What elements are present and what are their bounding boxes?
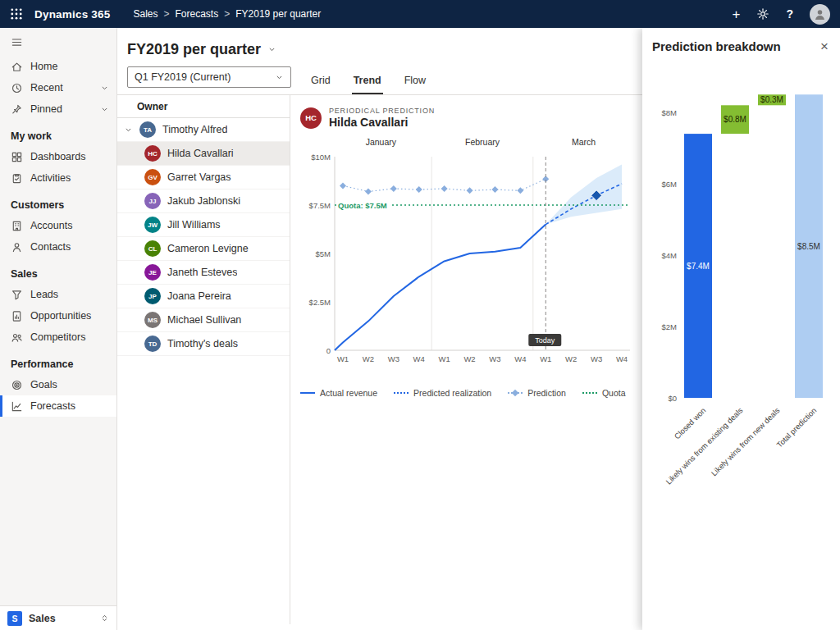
sidebar-item-recent[interactable]: Recent	[0, 77, 116, 98]
svg-text:W3: W3	[388, 354, 399, 363]
sidebar-item-label: Forecasts	[30, 400, 75, 412]
sidebar-item-label: Dashboards	[30, 151, 85, 162]
legend-prediction: Prediction	[508, 388, 566, 398]
svg-text:W1: W1	[337, 354, 349, 363]
panel-title: Prediction breakdown	[652, 39, 781, 53]
svg-text:$5M: $5M	[316, 249, 331, 258]
svg-text:$0.8M: $0.8M	[724, 115, 746, 124]
owner-row-jakub-jablonski[interactable]: JJ Jakub Jablonski	[117, 189, 290, 213]
chevron-down-icon[interactable]	[100, 84, 109, 93]
svg-text:January: January	[366, 137, 397, 147]
sidebar-item-home[interactable]: Home	[0, 56, 116, 77]
sidebar-group-customers: Customers	[0, 189, 116, 215]
chevron-down-icon[interactable]	[124, 126, 133, 135]
chevron-down-icon[interactable]	[100, 105, 109, 114]
sidebar-item-opportunities[interactable]: Opportunities	[0, 305, 116, 326]
owner-row-michael-sullivan[interactable]: MS Michael Sullivan	[117, 308, 290, 332]
svg-text:Quota: $7.5M: Quota: $7.5M	[338, 201, 387, 210]
avatar: JW	[144, 217, 161, 233]
legend-swatch-dotted	[394, 392, 409, 394]
sidebar-item-label: Opportunities	[30, 310, 91, 322]
svg-text:$6M: $6M	[662, 180, 678, 189]
legend-quota: Quota	[582, 388, 626, 398]
forecast-controls: Q1 FY2019 (Current) Grid Trend Flow	[127, 66, 642, 94]
app-title[interactable]: Dynamics 365	[34, 8, 110, 21]
close-icon[interactable]: ×	[819, 39, 830, 53]
clock-icon	[11, 82, 23, 94]
legend-actual-revenue: Actual revenue	[300, 388, 377, 398]
avatar: JE	[144, 264, 161, 281]
owner-row-cameron-levigne[interactable]: CL Cameron Levigne	[117, 237, 290, 261]
svg-text:W4: W4	[514, 354, 526, 363]
svg-text:$4M: $4M	[662, 251, 678, 260]
period-selector-value: Q1 FY2019 (Current)	[135, 71, 231, 83]
svg-text:W2: W2	[363, 354, 374, 363]
doc-chart-icon	[11, 310, 23, 322]
sidebar-item-label: Accounts	[30, 220, 72, 231]
avatar: TD	[144, 336, 161, 352]
clipboard-icon	[11, 172, 23, 185]
breadcrumb-current-page[interactable]: FY2019 per quarter	[235, 8, 321, 20]
svg-text:Total prediction: Total prediction	[774, 406, 818, 450]
breadcrumb-forecasts[interactable]: Forecasts	[176, 8, 219, 20]
forecast-title[interactable]: FY2019 per quarter	[127, 41, 642, 58]
area-switcher[interactable]: S Sales	[0, 605, 116, 630]
avatar: CL	[144, 240, 161, 257]
sidebar-item-label: Contacts	[30, 241, 71, 253]
owner-row-timothys-deals[interactable]: TD Timothy's deals	[117, 332, 290, 356]
svg-text:$2M: $2M	[662, 322, 678, 331]
svg-text:0: 0	[326, 346, 331, 355]
owner-row-timothy-alfred[interactable]: TA Timothy Alfred	[117, 118, 290, 142]
sidebar-item-dashboards[interactable]: Dashboards	[0, 146, 116, 167]
svg-text:Likely wins from new deals: Likely wins from new deals	[710, 405, 782, 477]
sidebar-item-competitors[interactable]: Competitors	[0, 326, 116, 348]
owner-panel: Owner TA Timothy Alfred HC Hilda Cavalla…	[117, 95, 290, 624]
breadcrumb: Sales > Forecasts > FY2019 per quarter	[133, 8, 321, 20]
owner-row-janeth-esteves[interactable]: JE Janeth Esteves	[117, 261, 290, 285]
sidebar-collapse-icon[interactable]	[0, 28, 116, 56]
svg-text:$8.5M: $8.5M	[797, 242, 820, 251]
sidebar-item-contacts[interactable]: Contacts	[0, 236, 116, 258]
sidebar-item-label: Home	[30, 61, 57, 72]
building-icon	[11, 220, 23, 232]
prediction-breakdown-panel: Prediction breakdown × $0$2M$4M$6M$8M$7.…	[642, 28, 840, 630]
svg-text:W1: W1	[540, 354, 551, 363]
waffle-menu-icon[interactable]	[10, 7, 23, 21]
sidebar-item-forecasts[interactable]: Forecasts	[0, 395, 116, 417]
help-icon[interactable]: ?	[786, 8, 793, 20]
avatar: MS	[144, 312, 161, 328]
owner-row-garret-vargas[interactable]: GV Garret Vargas	[117, 166, 290, 189]
legend-predicted-realization: Predicted realization	[394, 388, 491, 398]
forecast-header: FY2019 per quarter Q1 FY2019 (Current) G…	[117, 28, 642, 95]
sidebar: Home Recent Pinned My work Dashboards Ac…	[0, 28, 117, 630]
period-selector[interactable]: Q1 FY2019 (Current)	[127, 66, 291, 88]
sidebar-item-pinned[interactable]: Pinned	[0, 98, 116, 120]
chevron-down-icon	[275, 73, 284, 82]
owner-row-joana-pereira[interactable]: JP Joana Pereira	[117, 285, 290, 308]
hamburger-icon	[11, 36, 23, 48]
breadcrumb-separator: >	[224, 8, 230, 20]
tab-flow[interactable]: Flow	[403, 71, 427, 94]
topbar-actions: + ?	[733, 4, 831, 25]
chart-legend: Actual revenue Predicted realization Pre…	[300, 388, 642, 398]
breadcrumb-sales[interactable]: Sales	[133, 8, 158, 20]
gear-icon[interactable]	[756, 7, 769, 21]
sidebar-item-goals[interactable]: Goals	[0, 374, 116, 395]
owner-column-header[interactable]: Owner	[117, 95, 290, 118]
people-icon	[11, 331, 23, 344]
sidebar-item-accounts[interactable]: Accounts	[0, 215, 116, 236]
tab-grid[interactable]: Grid	[309, 71, 332, 94]
tab-trend[interactable]: Trend	[352, 71, 383, 94]
owner-row-jill-williams[interactable]: JW Jill Williams	[117, 213, 290, 237]
chevron-up-down-icon	[100, 614, 109, 623]
sidebar-item-leads[interactable]: Leads	[0, 284, 116, 305]
add-icon[interactable]: +	[733, 7, 741, 21]
user-avatar[interactable]	[810, 4, 830, 25]
sidebar-item-label: Competitors	[30, 331, 85, 343]
svg-text:$0.3M: $0.3M	[760, 95, 783, 104]
sidebar-item-activities[interactable]: Activities	[0, 167, 116, 189]
target-icon	[11, 379, 23, 391]
sidebar-item-label: Pinned	[30, 103, 62, 115]
owner-row-hilda-cavallari[interactable]: HC Hilda Cavallari	[117, 142, 290, 166]
svg-text:Today: Today	[535, 336, 555, 345]
